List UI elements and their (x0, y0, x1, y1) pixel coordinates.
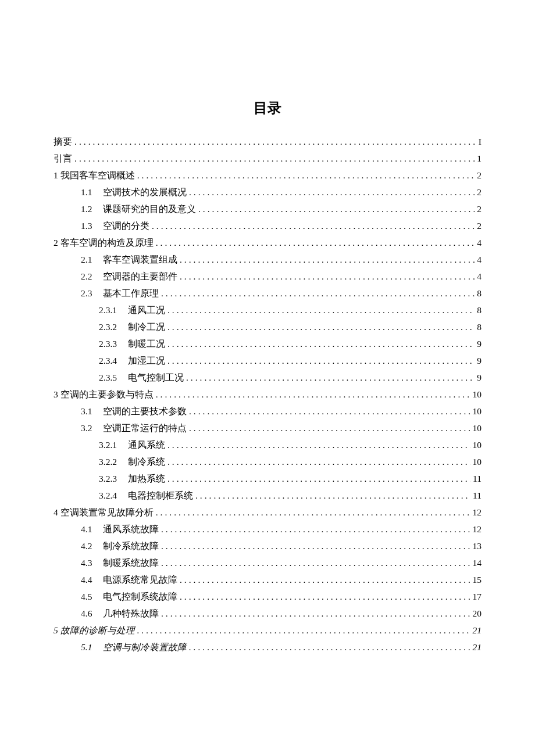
toc-entry-label: 3.2.4 电器控制柜系统 (99, 488, 193, 504)
toc-entry-label: 摘要 (54, 134, 72, 151)
toc-entry: 4.4 电源系统常见故障15 (54, 572, 482, 589)
toc-entry-page: 10 (473, 420, 482, 437)
toc-entry: 2.2 空调器的主要部件4 (54, 268, 482, 285)
toc-entry: 4.1 通风系统故障12 (54, 521, 482, 538)
toc-entry-title: 制暖系统故障 (103, 558, 159, 568)
toc-leader-dots (167, 437, 470, 454)
toc-leader-dots (137, 167, 475, 184)
toc-entry-label: 1.1 空调技术的发展概况 (81, 184, 187, 201)
toc-leader-dots (198, 201, 475, 218)
toc-entry-page: 2 (477, 167, 482, 184)
toc-entry-label: 5 故障的诊断与处理 (54, 622, 135, 639)
toc-entry: 3.2 空调正常运行的特点10 (54, 420, 482, 437)
toc-entry-number: 4.5 (81, 589, 101, 605)
toc-entry-title: 制冷系统 (128, 457, 165, 467)
toc-entry-page: 8 (477, 285, 482, 302)
toc-entry-title: 空调正常运行的特点 (103, 423, 187, 433)
toc-entry-title: 制暖工况 (128, 339, 165, 349)
toc-entry: 2.3 基本工作原理8 (54, 285, 482, 302)
toc-leader-dots (156, 386, 470, 403)
toc-entry-number: 3.2 (81, 420, 101, 437)
toc-leader-dots (152, 218, 475, 235)
toc-entry-number: 1.2 (81, 201, 101, 218)
toc-leader-dots (189, 403, 470, 420)
toc-leader-dots (156, 235, 475, 252)
toc-entry-number: 1.3 (81, 218, 101, 235)
toc-leader-dots (161, 555, 470, 572)
toc-entry: 5 故障的诊断与处理21 (54, 622, 482, 639)
toc-entry-number: 2.3.4 (99, 353, 126, 370)
toc-entry-page: 9 (477, 336, 482, 353)
toc-entry-number: 3.2.3 (99, 471, 126, 488)
toc-entry-title: 几种特殊故障 (103, 608, 159, 618)
toc-entry-number: 2.3.3 (99, 336, 126, 353)
toc-entry-label: 2.3 基本工作原理 (81, 285, 159, 302)
toc-entry: 3.2.4 电器控制柜系统11 (54, 488, 482, 504)
toc-entry-title: 课题研究的目的及意义 (103, 204, 196, 214)
toc-entry-title: 摘要 (54, 137, 72, 146)
toc-entry-page: 20 (473, 605, 482, 622)
toc-entry-number: 2.1 (81, 252, 101, 268)
toc-entry: 4 空调装置常见故障分析12 (54, 504, 482, 521)
toc-leader-dots (167, 471, 470, 488)
toc-entry-label: 2.3.3 制暖工况 (99, 336, 165, 353)
toc-entry: 摘要I (54, 134, 482, 151)
toc-entry: 4.3 制暖系统故障14 (54, 555, 482, 572)
toc-entry-title: 基本工作原理 (103, 288, 159, 298)
toc-leader-dots (167, 336, 475, 353)
toc-entry-title: 5 故障的诊断与处理 (54, 625, 135, 635)
toc-entry-number: 4.3 (81, 555, 101, 572)
toc-entry: 2.1 客车空调装置组成4 (54, 252, 482, 268)
toc-entry: 引言1 (54, 151, 482, 167)
toc-entry-label: 4.4 电源系统常见故障 (81, 572, 177, 589)
toc-entry-label: 2.3.5 电气控制工况 (99, 370, 184, 386)
toc-entry-title: 引言 (54, 153, 72, 163)
toc-leader-dots (180, 268, 475, 285)
toc-entry-label: 2.3.1 通风工况 (99, 302, 165, 319)
toc-entry-title: 制冷工况 (128, 322, 165, 332)
toc-entry-number: 4.6 (81, 605, 101, 622)
toc-entry-number: 2.3.1 (99, 302, 126, 319)
toc-entry-title: 制冷系统故障 (103, 541, 159, 551)
toc-leader-dots (167, 319, 475, 336)
toc-entry-page: 11 (473, 471, 482, 488)
toc-entry-number: 2.3.5 (99, 370, 126, 386)
toc-leader-dots (180, 572, 470, 589)
toc-entry: 3.2.3 加热系统11 (54, 471, 482, 488)
toc-entry-number: 5.1 (81, 639, 101, 656)
toc-entry-title: 空调技术的发展概况 (103, 187, 187, 197)
toc-entry: 4.6 几种特殊故障20 (54, 605, 482, 622)
toc-entry: 4.5 电气控制系统故障17 (54, 589, 482, 605)
toc-entry-label: 3.2.3 加热系统 (99, 471, 165, 488)
toc-leader-dots (189, 420, 470, 437)
toc-entry-page: 1 (477, 151, 482, 167)
toc-entry: 2.3.3 制暖工况9 (54, 336, 482, 353)
toc-entry-label: 3.1 空调的主要技术参数 (81, 403, 187, 420)
toc-entry: 3 空调的主要参数与特点10 (54, 386, 482, 403)
toc-title: 目录 (54, 99, 482, 117)
toc-entry-page: 8 (477, 302, 482, 319)
toc-entry: 1.1 空调技术的发展概况2 (54, 184, 482, 201)
toc-entry-page: 2 (477, 218, 482, 235)
toc-entry-page: 21 (473, 639, 482, 656)
toc-entry-page: 2 (477, 201, 482, 218)
toc-entry-page: 13 (473, 538, 482, 555)
toc-entry-title: 电器控制柜系统 (128, 490, 193, 500)
toc-entry-title: 空调器的主要部件 (103, 271, 177, 281)
toc-entry-page: 9 (477, 353, 482, 370)
toc-leader-dots (161, 605, 470, 622)
toc-entry-page: 2 (477, 184, 482, 201)
toc-entry-page: 12 (473, 521, 482, 538)
toc-entry-page: 10 (473, 454, 482, 471)
toc-entry-page: 9 (477, 370, 482, 386)
toc-entry-title: 电气控制系统故障 (103, 592, 177, 601)
toc-entry-title: 空调的分类 (103, 221, 149, 231)
toc-entry: 2.3.1 通风工况8 (54, 302, 482, 319)
toc-entry-page: 12 (473, 504, 482, 521)
toc-entry-page: 8 (477, 319, 482, 336)
toc-entry-title: 空调与制冷装置故障 (103, 642, 187, 652)
toc-entry-title: 通风系统故障 (103, 524, 159, 534)
toc-entry: 3.1 空调的主要技术参数10 (54, 403, 482, 420)
toc-entry-label: 4 空调装置常见故障分析 (54, 504, 154, 521)
toc-entry-number: 3.2.2 (99, 454, 126, 471)
